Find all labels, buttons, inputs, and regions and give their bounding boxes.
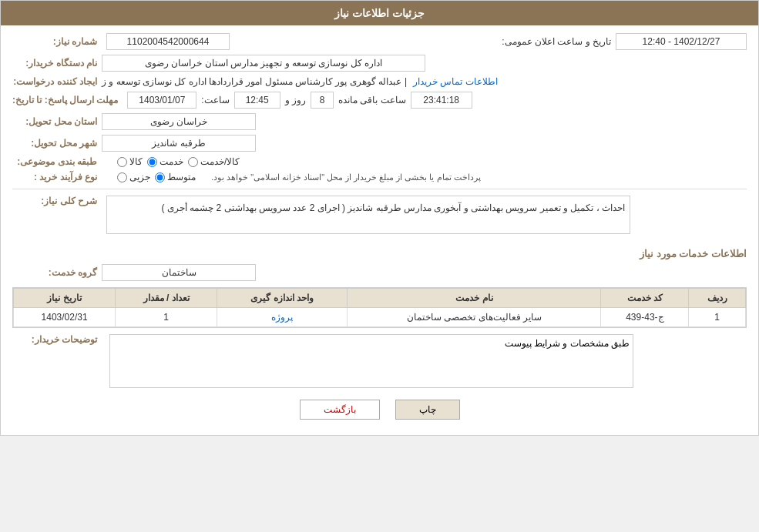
purchase-type-note: پرداخت تمام یا بخشی از مبلغ خریدار از مح…: [211, 172, 481, 182]
need-number-label: شماره نیاز:: [12, 36, 97, 47]
radio-mutavasset-input[interactable]: [155, 172, 165, 182]
row-service-group: ساختمان گروه خدمت:: [12, 264, 747, 281]
days-label: روز و: [285, 95, 306, 105]
radio-jozii-label: جزیی: [129, 172, 150, 182]
row-purchase-type: پرداخت تمام یا بخشی از مبلغ خریدار از مح…: [12, 172, 747, 182]
service-group-label: گروه خدمت:: [12, 267, 97, 278]
purchase-type-label: نوع فرآیند خرید :: [12, 172, 97, 182]
services-table-wrapper: ردیف کد خدمت نام خدمت واحد اندازه گیری ت…: [12, 287, 747, 328]
th-unit: واحد اندازه گیری: [217, 289, 348, 308]
buyer-label: نام دستگاه خریدار:: [12, 58, 97, 69]
td-date: 1403/02/31: [14, 308, 116, 327]
radio-jozii[interactable]: جزیی: [117, 172, 150, 182]
notes-label: توضیحات خریدار:: [12, 334, 97, 345]
announce-value: 1402/12/27 - 12:40: [616, 33, 747, 50]
th-row: ردیف: [689, 289, 746, 308]
province-value: خراسان رضوی: [102, 113, 256, 130]
radio-kala-khedmat-input[interactable]: [188, 157, 198, 167]
row-city: طرقبه شاندیز شهر محل تحویل:: [12, 135, 747, 152]
radio-khedmat-input[interactable]: [147, 157, 157, 167]
creator-text: |: [405, 76, 407, 87]
radio-khedmat[interactable]: خدمت: [147, 156, 183, 167]
table-row: 1 ج-43-439 سایر فعالیت‌های تخصصی ساختمان…: [14, 308, 746, 327]
purchase-type-options: متوسط جزیی: [117, 172, 196, 182]
td-qty: 1: [116, 308, 217, 327]
th-name: نام خدمت: [348, 289, 601, 308]
radio-kala-input[interactable]: [117, 157, 127, 167]
services-table: ردیف کد خدمت نام خدمت واحد اندازه گیری ت…: [13, 288, 746, 327]
th-date: تاریخ نیاز: [14, 289, 116, 308]
radio-kala[interactable]: کالا: [117, 156, 143, 167]
content-area: 1402/12/27 - 12:40 تاریخ و ساعت اعلان عم…: [1, 25, 758, 435]
description-label: شرح کلی نیاز:: [12, 196, 97, 206]
creator-label: ایجاد کننده درخواست:: [12, 76, 97, 87]
td-row: 1: [689, 308, 746, 327]
deadline-time: 12:45: [234, 92, 280, 109]
page-header: جزئیات اطلاعات نیاز: [1, 1, 758, 25]
radio-kala-khedmat[interactable]: کالا/خدمت: [188, 156, 240, 167]
row-notes: توضیحات خریدار:: [12, 334, 747, 388]
deadline-inner: 23:41:18 ساعت باقی مانده 8 روز و 12:45 س…: [127, 92, 472, 109]
row-need-number: 1402/12/27 - 12:40 تاریخ و ساعت اعلان عم…: [12, 33, 747, 50]
table-header-row: ردیف کد خدمت نام خدمت واحد اندازه گیری ت…: [14, 289, 746, 308]
notes-textarea[interactable]: [109, 334, 633, 388]
th-code: کد خدمت: [601, 289, 689, 308]
province-label: استان محل تحویل:: [12, 116, 97, 127]
page-wrapper: جزئیات اطلاعات نیاز 1402/12/27 - 12:40 ت…: [0, 0, 759, 436]
remaining-label: ساعت باقی مانده: [338, 95, 406, 105]
deadline-label: مهلت ارسال پاسخ: تا تاریخ:: [12, 95, 118, 105]
city-value: طرقبه شاندیز: [102, 135, 256, 152]
time-label: ساعت:: [201, 95, 229, 105]
radio-khedmat-label: خدمت: [160, 156, 183, 167]
td-code: ج-43-439: [601, 308, 689, 327]
row-description: احداث ، تکمیل و تعمیر سرویس بهداشتی و آب…: [12, 196, 747, 240]
row-province: خراسان رضوی استان محل تحویل:: [12, 113, 747, 130]
classification-options: کالا/خدمت خدمت کالا: [117, 156, 240, 167]
radio-kala-khedmat-label: کالا/خدمت: [200, 156, 240, 167]
announce-label: تاریخ و ساعت اعلان عمومی:: [502, 36, 611, 47]
page-title: جزئیات اطلاعات نیاز: [334, 7, 425, 19]
radio-jozii-input[interactable]: [117, 172, 127, 182]
deadline-days: 8: [311, 92, 334, 109]
divider1: [12, 189, 747, 189]
radio-kala-label: کالا: [129, 156, 143, 167]
back-button[interactable]: بازگشت: [300, 400, 380, 420]
remaining-time: 23:41:18: [411, 92, 472, 109]
th-qty: تعداد / مقدار: [116, 289, 217, 308]
need-number-section: 1102004542000644 شماره نیاز:: [12, 33, 230, 50]
creator-value: عبداله گوهری پور کارشناس مسئول امور قرار…: [102, 76, 401, 87]
city-label: شهر محل تحویل:: [12, 138, 97, 149]
deadline-date: 1403/01/07: [127, 92, 196, 109]
classification-label: طبقه بندی موضوعی:: [12, 156, 97, 167]
creator-inner: اطلاعات تماس خریدار | عبداله گوهری پور ک…: [102, 76, 747, 87]
purchase-inner: پرداخت تمام یا بخشی از مبلغ خریدار از مح…: [117, 172, 747, 182]
row-classification: کالا/خدمت خدمت کالا طبقه بندی موضوعی:: [12, 156, 747, 167]
row-deadline: 23:41:18 ساعت باقی مانده 8 روز و 12:45 س…: [12, 92, 747, 109]
row-buyer: اداره کل نوسازی توسعه و تجهیز مدارس استا…: [12, 55, 747, 72]
row-creator: اطلاعات تماس خریدار | عبداله گوهری پور ک…: [12, 76, 747, 87]
services-title: اطلاعات خدمات مورد نیاز: [12, 248, 747, 259]
need-number-value: 1102004542000644: [106, 33, 230, 50]
radio-mutavasset-label: متوسط: [167, 172, 196, 182]
service-group-value: ساختمان: [102, 264, 256, 281]
buyer-value: اداره کل نوسازی توسعه و تجهیز مدارس استا…: [102, 55, 425, 72]
radio-mutavasset[interactable]: متوسط: [155, 172, 196, 182]
contact-link[interactable]: اطلاعات تماس خریدار: [413, 76, 498, 87]
description-value: احداث ، تکمیل و تعمیر سرویس بهداشتی و آب…: [106, 196, 630, 234]
buttons-row: چاپ بازگشت: [12, 400, 747, 420]
print-button[interactable]: چاپ: [395, 400, 460, 420]
announce-section: 1402/12/27 - 12:40 تاریخ و ساعت اعلان عم…: [502, 33, 747, 50]
td-name: سایر فعالیت‌های تخصصی ساختمان: [348, 308, 601, 327]
td-unit: پروژه: [217, 308, 348, 327]
